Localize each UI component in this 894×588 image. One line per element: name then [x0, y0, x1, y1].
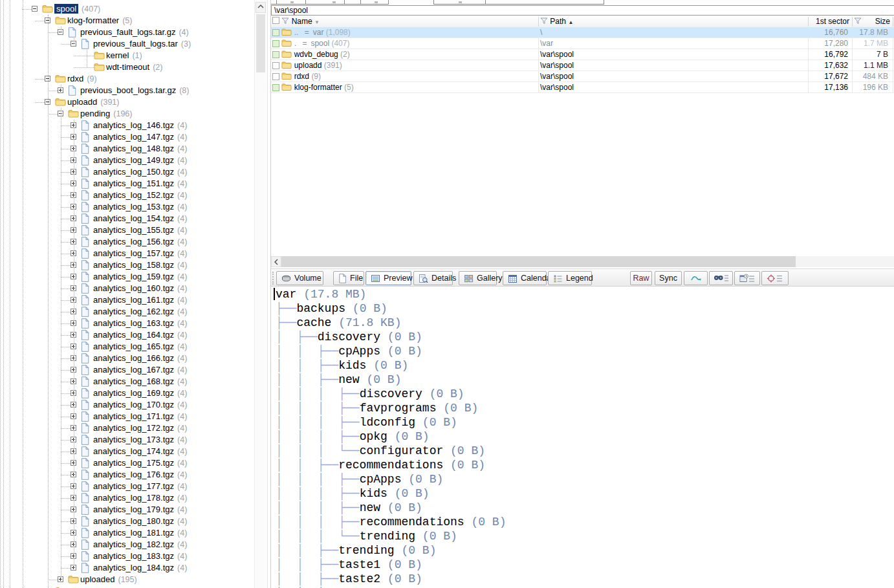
tree-item-analytics_log_171.tgz[interactable]: analytics_log_171.tgz(4) — [1, 411, 267, 422]
tree-connector — [74, 56, 94, 56]
filter-funnel-icon[interactable] — [540, 17, 548, 25]
tree-item-analytics_log_172.tgz[interactable]: analytics_log_172.tgz(4) — [1, 422, 267, 434]
tree-item-previous_fault_logs.tar.gz[interactable]: previous_fault_logs.tar.gz(4) — [1, 27, 267, 38]
tab-file[interactable]: File — [333, 271, 364, 285]
checkbox-icon[interactable] — [272, 62, 279, 69]
button-wave-icon[interactable] — [684, 271, 708, 285]
tree-connector — [61, 160, 71, 161]
tree-item-analytics_log_177.tgz[interactable]: analytics_log_177.tgz(4) — [1, 481, 267, 492]
tab-details[interactable]: Details — [413, 271, 453, 285]
tree-item-analytics_log_161.tgz[interactable]: analytics_log_161.tgz(4) — [1, 294, 267, 306]
tree-item-analytics_log_159.tgz[interactable]: analytics_log_159.tgz(4) — [1, 271, 267, 283]
dir-name: opkg — [360, 430, 387, 443]
tab-volume[interactable]: Volume — [276, 271, 323, 285]
tree-item-analytics_log_184.tgz[interactable]: analytics_log_184.tgz(4) — [1, 562, 267, 574]
button-sync[interactable]: Sync — [655, 271, 682, 285]
column-header-size[interactable]: Size — [854, 16, 890, 27]
checkbox-icon[interactable] — [272, 51, 279, 58]
file-row-uploadd[interactable]: uploadd (391)\var\spool17,6321.1 MB — [271, 60, 894, 71]
tree-item-analytics_log_157.tgz[interactable]: analytics_log_157.tgz(4) — [1, 248, 267, 259]
tab-legend[interactable]: Legend — [548, 271, 592, 285]
button-raw[interactable]: Raw — [630, 271, 652, 285]
tree-item-analytics_log_180.tgz[interactable]: analytics_log_180.tgz(4) — [1, 516, 267, 527]
checkbox-icon[interactable] — [272, 29, 279, 36]
filter-funnel-icon[interactable] — [281, 17, 289, 25]
tree-item-analytics_log_167.tgz[interactable]: analytics_log_167.tgz(4) — [1, 364, 267, 376]
file-row-klog-formatter[interactable]: klog-formatter (5)\var\spool17,136196 KB — [271, 82, 894, 93]
tree-item-analytics_log_155.tgz[interactable]: analytics_log_155.tgz(4) — [1, 224, 267, 236]
tree-item-wdvb_debug[interactable]: wdvb_debug(2) — [1, 585, 267, 588]
file-row-spool[interactable]: . =spool (407)\var17,2801.7 MB — [271, 38, 894, 49]
tree-item-previous_fault_logs.tar[interactable]: previous_fault_logs.tar(3) — [1, 38, 267, 50]
tab-gallery[interactable]: Gallery — [459, 271, 497, 285]
checkbox-icon[interactable] — [272, 40, 279, 47]
button-calendar-list-icon[interactable] — [734, 271, 760, 285]
file-row-wdvb_debug[interactable]: wdvb_debug (2)\var\spool16,7927 B — [271, 49, 894, 60]
table-horizontal-scrollbar[interactable] — [271, 256, 894, 267]
tree-item-klog-formatter[interactable]: klog-formatter(5) — [1, 15, 267, 27]
tree-item-analytics_log_149.tgz[interactable]: analytics_log_149.tgz(4) — [1, 155, 267, 166]
tree-item-kernel[interactable]: kernel(1) — [1, 50, 267, 61]
tree-item-previous_boot_logs.tar.gz[interactable]: previous_boot_logs.tar.gz(8) — [1, 85, 267, 96]
scroll-left-button[interactable] — [271, 256, 281, 267]
tree-collapse-box[interactable] — [32, 6, 38, 12]
tree-item-analytics_log_146.tgz[interactable]: analytics_log_146.tgz(4) — [1, 120, 267, 131]
tree-vertical-scrollbar[interactable] — [254, 0, 267, 588]
tree-item-analytics_log_178.tgz[interactable]: analytics_log_178.tgz(4) — [1, 492, 267, 504]
checkbox-icon[interactable] — [272, 17, 279, 24]
file-row-rdxd[interactable]: rdxd (9)\var\spool17,672484 KB — [271, 71, 894, 82]
scrollbar-thumb[interactable] — [256, 14, 265, 72]
checkbox-icon[interactable] — [272, 84, 279, 91]
tree-item-analytics_log_163.tgz[interactable]: analytics_log_163.tgz(4) — [1, 318, 267, 329]
tree-item-pending[interactable]: pending(196) — [1, 108, 267, 120]
top-tabs-strip[interactable] — [271, 0, 894, 5]
tree-item-analytics_log_151.tgz[interactable]: analytics_log_151.tgz(4) — [1, 178, 267, 190]
table-header-row[interactable]: Name ▼ Path ▲1st sectorSize — [271, 16, 894, 28]
column-header-sector[interactable]: 1st sector — [809, 16, 849, 27]
tree-item-analytics_log_158.tgz[interactable]: analytics_log_158.tgz(4) — [1, 259, 267, 271]
tree-item-analytics_log_162.tgz[interactable]: analytics_log_162.tgz(4) — [1, 306, 267, 318]
tree-item-wdt-timeout[interactable]: wdt-timeout(2) — [1, 61, 267, 73]
tree-item-uploadd[interactable]: uploadd(391) — [1, 96, 267, 108]
checkbox-icon[interactable] — [272, 73, 279, 80]
tree-item-label: analytics_log_182.tgz(4) — [93, 539, 187, 550]
tree-item-analytics_log_156.tgz[interactable]: analytics_log_156.tgz(4) — [1, 236, 267, 248]
tree-item-analytics_log_179.tgz[interactable]: analytics_log_179.tgz(4) — [1, 504, 267, 516]
scrollbar-thumb[interactable] — [281, 256, 796, 267]
tree-connector — [61, 556, 71, 557]
tree-item-analytics_log_173.tgz[interactable]: analytics_log_173.tgz(4) — [1, 434, 267, 446]
tree-item-analytics_log_182.tgz[interactable]: analytics_log_182.tgz(4) — [1, 539, 267, 550]
tree-item-analytics_log_175.tgz[interactable]: analytics_log_175.tgz(4) — [1, 457, 267, 469]
tree-item-analytics_log_164.tgz[interactable]: analytics_log_164.tgz(4) — [1, 329, 267, 341]
tree-item-analytics_log_147.tgz[interactable]: analytics_log_147.tgz(4) — [1, 131, 267, 143]
tree-item-analytics_log_152.tgz[interactable]: analytics_log_152.tgz(4) — [1, 190, 267, 201]
tree-item-analytics_log_168.tgz[interactable]: analytics_log_168.tgz(4) — [1, 376, 267, 387]
file-row-var[interactable]: .. =var (1,098)\16,76017.8 MB — [271, 27, 894, 38]
tree-guide-line — [3, 0, 4, 588]
tab-preview[interactable]: Preview — [365, 271, 411, 285]
tree-item-analytics_log_154.tgz[interactable]: analytics_log_154.tgz(4) — [1, 213, 267, 224]
scroll-up-button[interactable] — [256, 2, 266, 13]
tree-item-analytics_log_183.tgz[interactable]: analytics_log_183.tgz(4) — [1, 550, 267, 562]
tree-item-analytics_log_170.tgz[interactable]: analytics_log_170.tgz(4) — [1, 399, 267, 411]
tree-item-uploaded[interactable]: uploaded(195) — [1, 574, 267, 585]
tree-item-analytics_log_176.tgz[interactable]: analytics_log_176.tgz(4) — [1, 469, 267, 481]
tree-item-analytics_log_150.tgz[interactable]: analytics_log_150.tgz(4) — [1, 166, 267, 178]
tree-item-analytics_log_174.tgz[interactable]: analytics_log_174.tgz(4) — [1, 446, 267, 457]
tree-item-spool[interactable]: spool(407) — [1, 3, 267, 15]
tree-item-analytics_log_169.tgz[interactable]: analytics_log_169.tgz(4) — [1, 387, 267, 399]
tree-item-analytics_log_166.tgz[interactable]: analytics_log_166.tgz(4) — [1, 353, 267, 364]
column-header-path[interactable]: Path ▲ — [540, 16, 734, 27]
tree-item-analytics_log_160.tgz[interactable]: analytics_log_160.tgz(4) — [1, 283, 267, 294]
button-target-list-icon[interactable] — [761, 271, 789, 285]
tree-item-analytics_log_181.tgz[interactable]: analytics_log_181.tgz(4) — [1, 527, 267, 539]
tree-item-label: analytics_log_183.tgz(4) — [93, 550, 187, 562]
tree-item-analytics_log_148.tgz[interactable]: analytics_log_148.tgz(4) — [1, 143, 267, 155]
tree-item-analytics_log_165.tgz[interactable]: analytics_log_165.tgz(4) — [1, 341, 267, 353]
column-header-name[interactable]: Name ▼ — [272, 16, 537, 27]
tree-item-analytics_log_153.tgz[interactable]: analytics_log_153.tgz(4) — [1, 201, 267, 213]
tree-item-rdxd[interactable]: rdxd(9) — [1, 73, 267, 85]
button-binoculars-list-icon[interactable] — [709, 271, 733, 285]
filter-funnel-icon[interactable] — [854, 17, 862, 25]
tab-calendar[interactable]: Calendar — [503, 271, 547, 285]
